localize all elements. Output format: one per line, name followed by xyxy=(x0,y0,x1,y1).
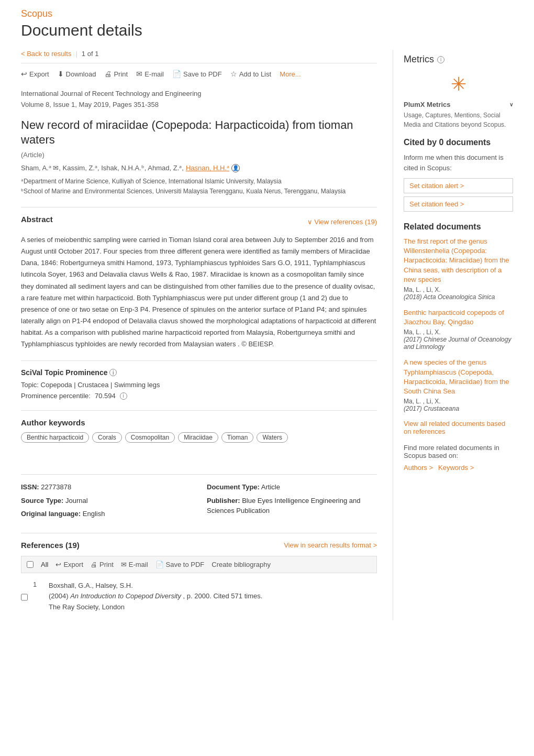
author-hasnan-link[interactable]: Hasnan, H.H.ᵃ xyxy=(186,164,229,172)
keywords-title: Author keywords xyxy=(21,418,377,427)
nav-divider: | xyxy=(75,50,77,58)
metrics-info-icon[interactable]: i xyxy=(437,56,444,63)
ref-print-icon: 🖨 xyxy=(91,561,97,568)
meta-source-type: Source Type: Journal xyxy=(21,496,191,506)
affiliations: ᵃDepartment of Marine Science, Kulliyah … xyxy=(21,177,377,196)
authors-text: Sham, A.ᵃ ✉, Kassim, Z.ᵃ, Ishak, N.H.A.ᵇ… xyxy=(21,164,184,172)
page-title: Document details xyxy=(21,21,513,39)
authors-keywords-links: Authors > Keywords > xyxy=(404,464,513,472)
meta-doc-type: Document Type: Article xyxy=(207,482,377,492)
affiliation-a: ᵃDepartment of Marine Science, Kulliyah … xyxy=(21,177,377,187)
related-item-3-title[interactable]: A new species of the genus Typhlamphiasc… xyxy=(404,358,513,396)
authors-link[interactable]: Authors > xyxy=(404,464,433,472)
ref-print-button[interactable]: 🖨 Print xyxy=(91,561,114,568)
ref-num-1: 1 xyxy=(33,580,43,613)
meta-orig-language: Original language: English xyxy=(21,509,191,519)
save-pdf-icon: 📄 xyxy=(172,70,181,78)
plumx-desc: Usage, Captures, Mentions, Social Media … xyxy=(404,111,513,129)
meta-issn-value: 22773878 xyxy=(41,483,71,491)
scival-prominence-row: Prominence percentile: 70.594 i xyxy=(21,392,377,400)
related-item-2-title[interactable]: Benthic harpacticoid copepods of Jiaozho… xyxy=(404,308,513,327)
plumx-label: PlumX Metrics ∨ xyxy=(404,101,513,108)
related-item-3-author: Ma, L. , Li, X. xyxy=(404,398,513,405)
related-item-3-journal: (2017) Crustaceana xyxy=(404,405,513,412)
metrics-title: Metrics i xyxy=(404,50,513,65)
download-button[interactable]: ⬇ Download xyxy=(58,70,96,78)
set-citation-feed-button[interactable]: Set citation feed > xyxy=(404,196,513,212)
keyword-waters[interactable]: Waters xyxy=(257,432,288,443)
keyword-corals[interactable]: Corals xyxy=(92,432,122,443)
references-section: References (19) View in search results f… xyxy=(21,533,377,613)
save-to-pdf-button[interactable]: 📄 Save to PDF xyxy=(172,70,222,78)
set-citation-alert-button[interactable]: Set citation alert > xyxy=(404,178,513,193)
download-icon: ⬇ xyxy=(58,70,64,78)
ref-toolbar: All ↩ Export 🖨 Print ✉ E-mail 📄 xyxy=(21,556,377,573)
meta-col-left: ISSN: 22773878 Source Type: Journal Orig… xyxy=(21,482,191,522)
keywords-list: Benthic harpacticoid Corals Cosmopolitan… xyxy=(21,432,377,443)
ref-export-icon: ↩ xyxy=(55,561,61,568)
related-item-2-author: Ma, L. , Li, X. xyxy=(404,328,513,336)
more-button[interactable]: More... xyxy=(280,70,301,78)
scival-title: SciVal Topic Prominence i xyxy=(21,368,377,377)
ref-email-button[interactable]: ✉ E-mail xyxy=(121,561,148,568)
cited-by-title: Cited by 0 documents xyxy=(404,138,513,147)
nav-count: 1 of 1 xyxy=(82,50,99,58)
prominence-info-icon[interactable]: i xyxy=(120,392,127,400)
keyword-tioman[interactable]: Tioman xyxy=(221,432,254,443)
journal-volume: Volume 8, Issue 1, May 2019, Pages 351-3… xyxy=(21,100,377,111)
keywords-section: Author keywords Benthic harpacticoid Cor… xyxy=(21,410,377,443)
find-more-label: Find more related documents in Scopus ba… xyxy=(404,444,513,459)
ref-content-1: Boxshall, G.A., Halsey, S.H. (2004) An I… xyxy=(49,580,262,613)
toolbar: ↩ Export ⬇ Download 🖨 Print ✉ E-mail 📄 xyxy=(21,70,377,78)
view-search-format-button[interactable]: View in search results format > xyxy=(284,541,377,549)
back-to-results[interactable]: < Back to results xyxy=(21,50,71,58)
email-button[interactable]: ✉ E-mail xyxy=(136,70,164,78)
abstract-section: Abstract ∨ View references (19) A series… xyxy=(21,207,377,350)
ref-email-icon: ✉ xyxy=(121,561,127,568)
print-button[interactable]: 🖨 Print xyxy=(104,70,128,78)
scopus-logo: Scopus xyxy=(21,8,513,19)
related-docs-title: Related documents xyxy=(404,222,513,232)
related-item-1-author: Ma, L. , Li, X. xyxy=(404,286,513,293)
keyword-miraciidae[interactable]: Miraciidae xyxy=(178,432,218,443)
select-all-checkbox[interactable] xyxy=(27,561,34,568)
scival-topic-row: Topic: Copepoda | Crustacea | Swimming l… xyxy=(21,381,377,389)
cited-by-desc: Inform me when this document is cited in… xyxy=(404,152,513,173)
print-icon: 🖨 xyxy=(104,70,112,78)
export-button[interactable]: ↩ Export xyxy=(21,70,49,78)
view-references-button[interactable]: ∨ View references (19) xyxy=(307,218,377,226)
scival-section: SciVal Topic Prominence i Topic: Copepod… xyxy=(21,360,377,400)
author-search-icon[interactable]: 👤 xyxy=(231,164,240,172)
add-to-list-button[interactable]: ☆ Add to List xyxy=(230,70,271,78)
related-item-2: Benthic harpacticoid copepods of Jiaozho… xyxy=(404,308,513,350)
plumx-icon: ✳ xyxy=(404,73,513,95)
export-icon: ↩ xyxy=(21,70,27,78)
journal-name: International Journal of Recent Technolo… xyxy=(21,89,377,100)
scival-info-icon[interactable]: i xyxy=(109,369,117,376)
ref-checkbox-1[interactable] xyxy=(21,582,28,613)
meta-doctype-value: Article xyxy=(261,483,280,491)
article-title: New record of miraciidae (Copepoda: Harp… xyxy=(21,118,377,148)
star-icon: ☆ xyxy=(230,70,237,78)
related-item-3: A new species of the genus Typhlamphiasc… xyxy=(404,358,513,412)
right-column: Metrics i ✳ PlumX Metrics ∨ Usage, Captu… xyxy=(393,50,513,620)
related-item-1: The first report of the genus Willensten… xyxy=(404,237,513,301)
plumx-star: ✳ xyxy=(451,73,466,95)
keyword-cosmopolitan[interactable]: Cosmopolitan xyxy=(125,432,175,443)
related-item-1-journal: (2018) Acta Oceanologica Sinica xyxy=(404,293,513,301)
article-type: (Article) xyxy=(21,151,377,159)
meta-source-value: Journal xyxy=(65,497,88,505)
related-item-1-title[interactable]: The first report of the genus Willensten… xyxy=(404,237,513,284)
ref-save-pdf-button[interactable]: 📄 Save to PDF xyxy=(155,561,205,568)
affiliation-b: ᵇSchool of Marine and Environmental Scie… xyxy=(21,187,377,196)
scival-topic-value: Copepoda | Crustacea | Swimming legs xyxy=(41,381,160,389)
ref-export-button[interactable]: ↩ Export xyxy=(55,561,83,568)
create-bibliography-button[interactable]: Create bibliography xyxy=(212,561,271,568)
plumx-chevron-icon[interactable]: ∨ xyxy=(509,102,513,107)
related-item-2-journal: (2017) Chinese Journal of Oceanology and… xyxy=(404,336,513,350)
view-all-related-button[interactable]: View all related documents based on refe… xyxy=(404,420,513,435)
keyword-benthic[interactable]: Benthic harpacticoid xyxy=(21,432,89,443)
metadata-section: ISSN: 22773878 Source Type: Journal Orig… xyxy=(21,474,377,522)
keywords-link[interactable]: Keywords > xyxy=(438,464,474,472)
meta-language-value: English xyxy=(83,510,105,518)
